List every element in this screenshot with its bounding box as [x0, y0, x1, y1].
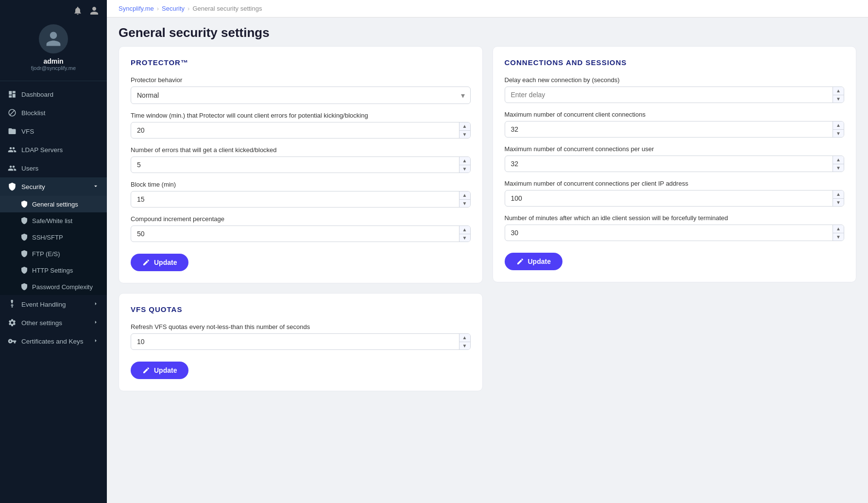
behavior-select[interactable]: Normal Strict Aggressive Disabled	[131, 87, 471, 104]
user-menu-icon[interactable]	[89, 6, 99, 17]
sub-nav-general-label: General settings	[32, 201, 78, 208]
sidebar-item-ldap[interactable]: LDAP Servers	[0, 140, 107, 159]
sidebar-item-general-settings[interactable]: General settings	[0, 196, 107, 212]
vfs-update-label: Update	[154, 366, 177, 374]
idle-timeout-group: Number of minutes after which an idle cl…	[505, 214, 845, 241]
block-time-down[interactable]: ▼	[460, 200, 470, 208]
idle-timeout-up[interactable]: ▲	[833, 225, 844, 233]
compound-up[interactable]: ▲	[460, 226, 470, 234]
refresh-label: Refresh VFS quotas every not-less-than t…	[131, 323, 471, 330]
user-profile: admin fjodr@syncplify.me	[0, 19, 107, 79]
sidebar-divider	[0, 81, 107, 81]
sidebar-item-dashboard-label: Dashboard	[21, 91, 53, 98]
delay-down[interactable]: ▼	[833, 95, 844, 103]
time-window-down[interactable]: ▼	[460, 131, 470, 139]
idle-timeout-down[interactable]: ▼	[833, 233, 844, 241]
compound-down[interactable]: ▼	[460, 234, 470, 242]
sub-nav-safe-label: Safe/White list	[32, 217, 72, 225]
event-handling-chevron-icon	[92, 300, 99, 309]
refresh-down[interactable]: ▼	[460, 342, 470, 350]
delay-input-wrap: ▲ ▼	[505, 87, 845, 103]
max-concurrent-input-wrap: ▲ ▼	[505, 121, 845, 138]
breadcrumb-sep-1: ›	[157, 5, 159, 12]
max-per-ip-input[interactable]	[505, 191, 833, 206]
username-label: admin	[43, 57, 63, 65]
sidebar-item-event-handling[interactable]: Event Handling	[0, 295, 107, 313]
sub-nav-http-label: HTTP Settings	[32, 267, 73, 274]
notifications-icon[interactable]	[73, 6, 83, 17]
errors-down[interactable]: ▼	[460, 165, 470, 173]
sidebar: admin fjodr@syncplify.me Dashboard Block…	[0, 0, 107, 503]
sidebar-item-users[interactable]: Users	[0, 159, 107, 177]
user-email-label: fjodr@syncplify.me	[31, 65, 76, 71]
idle-timeout-label: Number of minutes after which an idle cl…	[505, 214, 845, 222]
max-per-ip-down[interactable]: ▼	[833, 199, 844, 207]
block-time-input-wrap: ▲ ▼	[131, 191, 471, 208]
sidebar-item-http-settings[interactable]: HTTP Settings	[0, 262, 107, 278]
sidebar-item-ftp[interactable]: FTP (E/S)	[0, 245, 107, 262]
compound-input[interactable]	[131, 226, 459, 242]
sidebar-item-password-complexity[interactable]: Password Complexity	[0, 278, 107, 295]
idle-timeout-input[interactable]	[505, 225, 833, 241]
time-window-up[interactable]: ▲	[460, 122, 470, 131]
errors-spinners: ▲ ▼	[459, 157, 470, 173]
edit-icon-vfs	[142, 366, 150, 374]
breadcrumb-security[interactable]: Security	[162, 5, 185, 12]
behavior-group: Protector behavior Normal Strict Aggress…	[131, 76, 471, 104]
delay-up[interactable]: ▲	[833, 87, 844, 95]
refresh-input[interactable]	[131, 334, 459, 349]
max-per-ip-label: Maximum number of concurrent connections…	[505, 180, 845, 187]
sidebar-item-certificates[interactable]: Certificates and Keys	[0, 332, 107, 350]
sidebar-item-security[interactable]: Security	[0, 177, 107, 196]
block-time-input[interactable]	[131, 191, 459, 207]
refresh-up[interactable]: ▲	[460, 334, 470, 342]
delay-group: Delay each new connection by (seconds) ▲…	[505, 76, 845, 103]
certificates-chevron-icon	[92, 337, 99, 346]
connections-card: CONNECTIONS AND SESSIONS Delay each new …	[493, 46, 857, 282]
refresh-spinners: ▲ ▼	[459, 334, 470, 349]
max-per-user-down[interactable]: ▼	[833, 164, 844, 172]
sub-nav-ssh-label: SSH/SFTP	[32, 234, 63, 241]
sidebar-nav: Dashboard Blocklist VFS LDAP Servers Use…	[0, 83, 107, 503]
errors-input[interactable]	[131, 157, 459, 173]
idle-timeout-input-wrap: ▲ ▼	[505, 225, 845, 241]
protector-card: PROTECTOR™ Protector behavior Normal Str…	[119, 46, 483, 283]
sidebar-item-ssh-sftp[interactable]: SSH/SFTP	[0, 229, 107, 245]
sidebar-top-row	[0, 0, 107, 19]
compound-spinners: ▲ ▼	[459, 226, 470, 242]
max-per-user-input[interactable]	[505, 156, 833, 172]
max-per-user-up[interactable]: ▲	[833, 156, 844, 164]
sidebar-item-dashboard[interactable]: Dashboard	[0, 85, 107, 104]
compound-input-wrap: ▲ ▼	[131, 225, 471, 242]
delay-input[interactable]	[505, 87, 833, 103]
behavior-label: Protector behavior	[131, 76, 471, 84]
errors-label: Number of errors that will get a client …	[131, 146, 471, 154]
protector-card-title: PROTECTOR™	[131, 58, 471, 67]
vfs-update-button[interactable]: Update	[131, 362, 188, 379]
protector-update-button[interactable]: Update	[131, 254, 188, 271]
behavior-select-wrap: Normal Strict Aggressive Disabled	[131, 87, 471, 104]
time-window-spinners: ▲ ▼	[459, 122, 470, 138]
breadcrumb: Syncplify.me › Security › General securi…	[119, 5, 856, 12]
max-concurrent-up[interactable]: ▲	[833, 121, 844, 130]
max-concurrent-down[interactable]: ▼	[833, 130, 844, 138]
sidebar-item-blocklist-label: Blocklist	[21, 109, 46, 117]
vfs-quotas-card: VFS QUOTAS Refresh VFS quotas every not-…	[119, 293, 483, 391]
sidebar-item-blocklist[interactable]: Blocklist	[0, 104, 107, 122]
breadcrumb-syncplify[interactable]: Syncplify.me	[119, 5, 154, 12]
sub-nav-password-label: Password Complexity	[32, 283, 93, 291]
sidebar-item-vfs[interactable]: VFS	[0, 122, 107, 140]
block-time-up[interactable]: ▲	[460, 191, 470, 200]
sidebar-item-other-settings-label: Other settings	[21, 319, 62, 327]
edit-icon-connections	[516, 258, 524, 265]
connections-update-button[interactable]: Update	[505, 253, 562, 270]
errors-up[interactable]: ▲	[460, 157, 470, 165]
max-concurrent-label: Maximum number of concurrent client conn…	[505, 111, 845, 118]
sidebar-item-other-settings[interactable]: Other settings	[0, 313, 107, 332]
time-window-input[interactable]	[131, 122, 459, 138]
max-per-ip-up[interactable]: ▲	[833, 191, 844, 199]
max-concurrent-input[interactable]	[505, 121, 833, 137]
breadcrumb-sep-2: ›	[187, 5, 189, 12]
compound-group: Compound increment percentage ▲ ▼	[131, 215, 471, 242]
sidebar-item-safe-white-list[interactable]: Safe/White list	[0, 212, 107, 229]
